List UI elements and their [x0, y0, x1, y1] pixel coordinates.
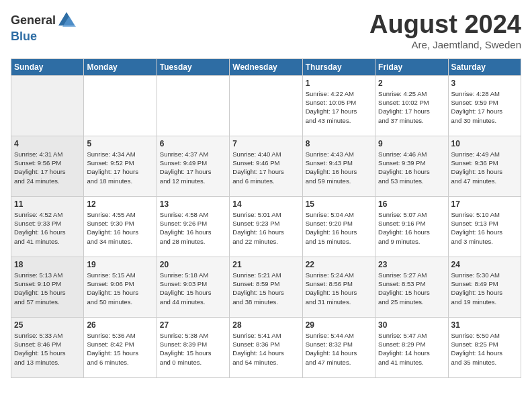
day-info: Sunrise: 5:41 AM Sunset: 8:36 PM Dayligh…	[232, 331, 299, 367]
day-info: Sunrise: 4:25 AM Sunset: 10:02 PM Daylig…	[378, 89, 445, 125]
day-info: Sunrise: 4:46 AM Sunset: 9:39 PM Dayligh…	[378, 150, 445, 185]
calendar-table: Sunday Monday Tuesday Wednesday Thursday…	[11, 58, 521, 378]
day-number: 21	[232, 260, 299, 269]
calendar-cell: 17Sunrise: 5:10 AM Sunset: 9:13 PM Dayli…	[448, 196, 521, 257]
day-number: 10	[451, 139, 518, 148]
day-number: 6	[160, 139, 226, 148]
day-info: Sunrise: 5:21 AM Sunset: 8:59 PM Dayligh…	[232, 271, 299, 306]
logo-icon	[57, 11, 76, 30]
logo-general-text: General	[11, 13, 56, 28]
calendar-subtitle: Are, Jaemtland, Sweden	[369, 39, 521, 50]
day-number: 18	[14, 260, 81, 269]
calendar-cell	[230, 75, 302, 136]
day-info: Sunrise: 5:36 AM Sunset: 8:42 PM Dayligh…	[87, 331, 153, 367]
calendar-cell: 26Sunrise: 5:36 AM Sunset: 8:42 PM Dayli…	[84, 317, 157, 377]
day-number: 26	[87, 320, 153, 330]
day-info: Sunrise: 4:55 AM Sunset: 9:30 PM Dayligh…	[87, 210, 153, 246]
day-info: Sunrise: 4:31 AM Sunset: 9:56 PM Dayligh…	[14, 150, 81, 185]
calendar-week-row: 1Sunrise: 4:22 AM Sunset: 10:05 PM Dayli…	[11, 75, 521, 136]
day-info: Sunrise: 4:52 AM Sunset: 9:33 PM Dayligh…	[14, 210, 81, 246]
logo-blue-text: Blue	[11, 30, 37, 43]
header-monday: Monday	[84, 58, 157, 75]
day-number: 29	[306, 320, 372, 330]
day-number: 27	[160, 320, 226, 330]
calendar-week-row: 4Sunrise: 4:31 AM Sunset: 9:56 PM Daylig…	[11, 136, 521, 196]
day-info: Sunrise: 4:58 AM Sunset: 9:26 PM Dayligh…	[160, 210, 226, 246]
day-info: Sunrise: 5:13 AM Sunset: 9:10 PM Dayligh…	[14, 271, 81, 306]
calendar-cell: 1Sunrise: 4:22 AM Sunset: 10:05 PM Dayli…	[302, 75, 375, 136]
calendar-cell: 21Sunrise: 5:21 AM Sunset: 8:59 PM Dayli…	[230, 257, 302, 317]
day-number: 14	[232, 199, 299, 209]
calendar-cell: 13Sunrise: 4:58 AM Sunset: 9:26 PM Dayli…	[157, 196, 229, 257]
calendar-week-row: 18Sunrise: 5:13 AM Sunset: 9:10 PM Dayli…	[11, 257, 521, 317]
day-number: 19	[87, 260, 153, 269]
day-info: Sunrise: 4:22 AM Sunset: 10:05 PM Daylig…	[306, 89, 372, 125]
day-info: Sunrise: 5:27 AM Sunset: 8:53 PM Dayligh…	[378, 271, 445, 306]
calendar-cell: 29Sunrise: 5:44 AM Sunset: 8:32 PM Dayli…	[302, 317, 375, 377]
day-info: Sunrise: 4:40 AM Sunset: 9:46 PM Dayligh…	[232, 150, 299, 185]
calendar-cell: 28Sunrise: 5:41 AM Sunset: 8:36 PM Dayli…	[230, 317, 302, 377]
calendar-cell: 22Sunrise: 5:24 AM Sunset: 8:56 PM Dayli…	[302, 257, 375, 317]
calendar-cell: 27Sunrise: 5:38 AM Sunset: 8:39 PM Dayli…	[157, 317, 229, 377]
calendar-cell: 10Sunrise: 4:49 AM Sunset: 9:36 PM Dayli…	[448, 136, 521, 196]
day-info: Sunrise: 4:49 AM Sunset: 9:36 PM Dayligh…	[451, 150, 518, 185]
calendar-cell: 14Sunrise: 5:01 AM Sunset: 9:23 PM Dayli…	[230, 196, 302, 257]
day-number: 8	[306, 139, 372, 148]
day-number: 16	[378, 199, 445, 209]
day-number: 15	[306, 199, 372, 209]
day-number: 28	[232, 320, 299, 330]
day-number: 25	[14, 320, 81, 330]
day-info: Sunrise: 5:24 AM Sunset: 8:56 PM Dayligh…	[306, 271, 372, 306]
day-info: Sunrise: 5:01 AM Sunset: 9:23 PM Dayligh…	[232, 210, 299, 246]
day-number: 7	[232, 139, 299, 148]
calendar-cell: 7Sunrise: 4:40 AM Sunset: 9:46 PM Daylig…	[230, 136, 302, 196]
calendar-cell: 2Sunrise: 4:25 AM Sunset: 10:02 PM Dayli…	[375, 75, 448, 136]
calendar-title: August 2024	[369, 11, 521, 39]
day-number: 31	[451, 320, 518, 330]
day-number: 9	[378, 139, 445, 148]
header-tuesday: Tuesday	[157, 58, 229, 75]
calendar-week-row: 11Sunrise: 4:52 AM Sunset: 9:33 PM Dayli…	[11, 196, 521, 257]
calendar-cell	[157, 75, 229, 136]
day-number: 4	[14, 139, 81, 148]
day-info: Sunrise: 5:18 AM Sunset: 9:03 PM Dayligh…	[160, 271, 226, 306]
calendar-cell: 8Sunrise: 4:43 AM Sunset: 9:43 PM Daylig…	[302, 136, 375, 196]
day-info: Sunrise: 5:10 AM Sunset: 9:13 PM Dayligh…	[451, 210, 518, 246]
days-header-row: Sunday Monday Tuesday Wednesday Thursday…	[11, 58, 521, 75]
day-info: Sunrise: 5:15 AM Sunset: 9:06 PM Dayligh…	[87, 271, 153, 306]
day-number: 13	[160, 199, 226, 209]
calendar-cell: 30Sunrise: 5:47 AM Sunset: 8:29 PM Dayli…	[375, 317, 448, 377]
calendar-cell: 12Sunrise: 4:55 AM Sunset: 9:30 PM Dayli…	[84, 196, 157, 257]
calendar-cell: 15Sunrise: 5:04 AM Sunset: 9:20 PM Dayli…	[302, 196, 375, 257]
header-sunday: Sunday	[11, 58, 84, 75]
title-area: August 2024 Are, Jaemtland, Sweden	[369, 11, 521, 50]
calendar-cell: 23Sunrise: 5:27 AM Sunset: 8:53 PM Dayli…	[375, 257, 448, 317]
calendar-cell: 19Sunrise: 5:15 AM Sunset: 9:06 PM Dayli…	[84, 257, 157, 317]
logo: General Blue	[11, 11, 76, 44]
day-info: Sunrise: 5:44 AM Sunset: 8:32 PM Dayligh…	[306, 331, 372, 367]
day-info: Sunrise: 5:38 AM Sunset: 8:39 PM Dayligh…	[160, 331, 226, 367]
calendar-cell: 31Sunrise: 5:50 AM Sunset: 8:25 PM Dayli…	[448, 317, 521, 377]
day-number: 12	[87, 199, 153, 209]
day-number: 17	[451, 199, 518, 209]
day-number: 1	[306, 79, 372, 88]
header-friday: Friday	[375, 58, 448, 75]
day-number: 11	[14, 199, 81, 209]
calendar-week-row: 25Sunrise: 5:33 AM Sunset: 8:46 PM Dayli…	[11, 317, 521, 377]
day-number: 2	[378, 79, 445, 88]
day-number: 3	[451, 79, 518, 88]
header: General Blue August 2024 Are, Jaemtland,…	[11, 11, 521, 50]
day-info: Sunrise: 5:07 AM Sunset: 9:16 PM Dayligh…	[378, 210, 445, 246]
calendar-cell: 5Sunrise: 4:34 AM Sunset: 9:52 PM Daylig…	[84, 136, 157, 196]
calendar-cell: 18Sunrise: 5:13 AM Sunset: 9:10 PM Dayli…	[11, 257, 84, 317]
calendar-cell	[84, 75, 157, 136]
day-number: 23	[378, 260, 445, 269]
calendar-cell: 9Sunrise: 4:46 AM Sunset: 9:39 PM Daylig…	[375, 136, 448, 196]
day-info: Sunrise: 4:37 AM Sunset: 9:49 PM Dayligh…	[160, 150, 226, 185]
calendar-cell: 3Sunrise: 4:28 AM Sunset: 9:59 PM Daylig…	[448, 75, 521, 136]
calendar-cell	[11, 75, 84, 136]
calendar-cell: 16Sunrise: 5:07 AM Sunset: 9:16 PM Dayli…	[375, 196, 448, 257]
day-number: 20	[160, 260, 226, 269]
calendar-cell: 11Sunrise: 4:52 AM Sunset: 9:33 PM Dayli…	[11, 196, 84, 257]
day-info: Sunrise: 5:33 AM Sunset: 8:46 PM Dayligh…	[14, 331, 81, 367]
